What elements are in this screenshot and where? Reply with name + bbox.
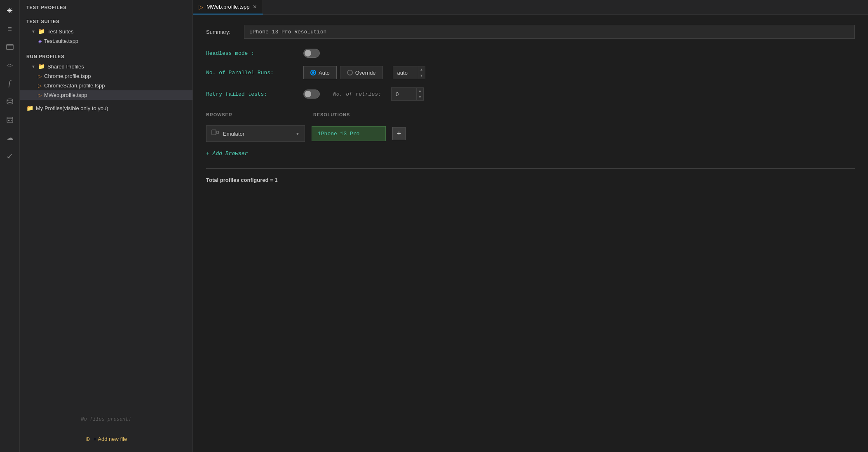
sidebar-item-chrome-profile[interactable]: ▷ Chrome.profile.tspp bbox=[20, 71, 192, 81]
cloud-icon[interactable]: ☁ bbox=[2, 130, 17, 145]
activity-bar: ✳ ≡ <> ƒ ☁ ↙ bbox=[0, 0, 20, 452]
retries-spinner-arrows: ▲ ▼ bbox=[416, 88, 423, 100]
radio-override-label: Override bbox=[355, 70, 376, 76]
summary-input[interactable] bbox=[244, 25, 855, 39]
retries-down-arrow[interactable]: ▼ bbox=[417, 94, 423, 100]
radio-override[interactable]: Override bbox=[340, 66, 383, 79]
tab-file-icon: ▷ bbox=[199, 4, 203, 10]
browser-dropdown-label: Emulator bbox=[223, 131, 244, 137]
tabs-bar: ▷ MWeb.profile.tspp × bbox=[193, 0, 868, 15]
tab-close-button[interactable]: × bbox=[253, 4, 257, 10]
browser-header: BROWSER bbox=[206, 109, 313, 120]
svg-rect-5 bbox=[8, 120, 9, 121]
calendar-icon[interactable] bbox=[2, 112, 17, 127]
radio-auto[interactable]: Auto bbox=[303, 66, 337, 79]
my-profiles-folder-icon: 📁 bbox=[26, 105, 33, 111]
shared-folder-icon: 📁 bbox=[38, 63, 45, 70]
resolutions-header: RESOLUTIONS bbox=[313, 109, 855, 120]
add-new-file-button[interactable]: ⊕ + Add new file bbox=[20, 432, 192, 445]
parallel-spinner-arrows: ▲ ▼ bbox=[418, 66, 425, 79]
summary-label: Summary: bbox=[206, 29, 239, 35]
parallel-up-arrow[interactable]: ▲ bbox=[418, 66, 425, 73]
file-orange-chromesafari-icon: ▷ bbox=[38, 83, 42, 89]
script-icon[interactable]: ƒ bbox=[2, 76, 17, 91]
add-resolution-button[interactable]: + bbox=[392, 127, 406, 140]
browser-icon[interactable] bbox=[2, 40, 17, 54]
chevron-icon: ▼ bbox=[31, 29, 35, 34]
svg-rect-6 bbox=[9, 120, 10, 121]
star-icon[interactable]: ✳ bbox=[2, 3, 17, 18]
test-profiles-title: TEST PROFILES bbox=[20, 0, 192, 12]
retry-label: Retry failed tests: bbox=[206, 91, 297, 97]
radio-auto-circle bbox=[310, 70, 316, 75]
svg-rect-1 bbox=[7, 45, 13, 46]
headless-mode-label: Headless mode : bbox=[206, 50, 297, 56]
file-orange-chrome-icon: ▷ bbox=[38, 73, 42, 79]
resolution-value: iPhone 13 Pro bbox=[318, 131, 359, 137]
sidebar-item-test-suite-file[interactable]: ◈ Test.suite.tspp bbox=[20, 36, 192, 46]
tab-mweb-profile[interactable]: ▷ MWeb.profile.tspp × bbox=[193, 0, 263, 14]
chrome-profile-label: Chrome.profile.tspp bbox=[44, 73, 91, 79]
browser-dropdown[interactable]: Emulator ▼ bbox=[206, 125, 305, 142]
parallel-spinner: auto ▲ ▼ bbox=[393, 66, 425, 79]
import-icon[interactable]: ↙ bbox=[2, 148, 17, 163]
chromesafari-profile-label: ChromeSafari.profile.tspp bbox=[44, 82, 105, 89]
sidebar-item-mweb-profile[interactable]: ▷ MWeb.profile.tspp bbox=[20, 90, 192, 100]
parallel-runs-row: No. of Parallel Runs: Auto Override auto… bbox=[206, 66, 855, 79]
add-browser-row: + Add Browser bbox=[206, 147, 855, 160]
add-file-icon: ⊕ bbox=[85, 436, 90, 442]
test-suite-file-label: Test.suite.tspp bbox=[44, 38, 78, 44]
headless-mode-row: Headless mode : bbox=[206, 49, 855, 58]
emulator-icon bbox=[211, 129, 219, 138]
add-browser-button[interactable]: + Add Browser bbox=[206, 151, 248, 157]
test-suites-title: TEST SUITES bbox=[20, 14, 192, 26]
total-profiles-label: Total profiles configured = 1 bbox=[206, 177, 855, 183]
my-profiles-label: My Profiles(visible only to you) bbox=[36, 105, 108, 111]
sidebar-item-shared-profiles[interactable]: ▼ 📁 Shared Profiles bbox=[20, 61, 192, 71]
headless-mode-toggle[interactable] bbox=[303, 49, 320, 58]
svg-rect-8 bbox=[212, 130, 216, 135]
parallel-value: auto bbox=[393, 66, 418, 79]
retry-toggle[interactable] bbox=[303, 89, 320, 99]
folder-icon: 📁 bbox=[38, 28, 45, 35]
svg-rect-9 bbox=[217, 131, 218, 134]
file-orange-mweb-icon: ▷ bbox=[38, 92, 42, 98]
code-icon[interactable]: <> bbox=[2, 58, 17, 73]
sidebar: TEST PROFILES TEST SUITES ▼ 📁 Test Suite… bbox=[20, 0, 193, 452]
radio-override-circle bbox=[347, 70, 353, 75]
database-icon[interactable] bbox=[2, 94, 17, 109]
retries-value: 0 bbox=[392, 88, 416, 100]
resolution-badge: iPhone 13 Pro bbox=[312, 126, 386, 141]
retry-row: Retry failed tests: No. of retries: 0 ▲ … bbox=[206, 87, 855, 101]
summary-row: Summary: bbox=[206, 25, 855, 39]
retries-count-label: No. of retries: bbox=[333, 91, 381, 97]
retries-spinner: 0 ▲ ▼ bbox=[391, 87, 424, 101]
mweb-profile-label: MWeb.profile.tspp bbox=[44, 92, 87, 98]
add-new-file-label: + Add new file bbox=[94, 436, 127, 442]
retries-up-arrow[interactable]: ▲ bbox=[417, 88, 423, 94]
svg-rect-3 bbox=[7, 117, 13, 122]
parallel-radio-group: Auto Override bbox=[303, 66, 383, 79]
table-header: BROWSER RESOLUTIONS bbox=[206, 109, 855, 120]
dropdown-chevron-icon: ▼ bbox=[296, 132, 300, 136]
run-profiles-title: RUN PROFILES bbox=[20, 49, 192, 61]
shared-profiles-label: Shared Profiles bbox=[47, 64, 84, 70]
test-suites-label: Test Suites bbox=[47, 28, 74, 35]
list-icon[interactable]: ≡ bbox=[2, 21, 17, 36]
no-files-text: No files present! bbox=[20, 410, 192, 429]
svg-rect-7 bbox=[11, 120, 12, 121]
main-area: ▷ MWeb.profile.tspp × Summary: Headless … bbox=[193, 0, 868, 452]
browser-table: BROWSER RESOLUTIONS Emulator ▼ iPho bbox=[206, 109, 855, 160]
content-area: Summary: Headless mode : No. of Parallel… bbox=[193, 15, 868, 452]
parallel-runs-label: No. of Parallel Runs: bbox=[206, 70, 297, 76]
chevron-shared-icon: ▼ bbox=[31, 64, 35, 69]
radio-auto-label: Auto bbox=[319, 70, 330, 76]
tab-label: MWeb.profile.tspp bbox=[206, 4, 250, 10]
divider bbox=[206, 168, 855, 169]
parallel-down-arrow[interactable]: ▼ bbox=[418, 73, 425, 79]
svg-point-2 bbox=[7, 99, 13, 101]
sidebar-item-chromesafari-profile[interactable]: ▷ ChromeSafari.profile.tspp bbox=[20, 81, 192, 90]
sidebar-item-my-profiles[interactable]: 📁 My Profiles(visible only to you) bbox=[20, 103, 192, 113]
sidebar-item-test-suites[interactable]: ▼ 📁 Test Suites bbox=[20, 26, 192, 36]
file-purple-icon: ◈ bbox=[38, 38, 42, 44]
